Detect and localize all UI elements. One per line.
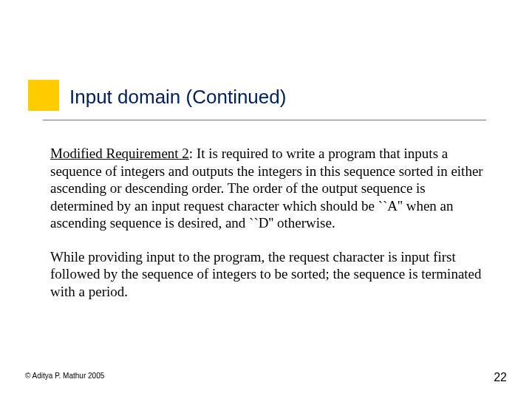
paragraph-2: While providing input to the program, th… [50, 248, 489, 301]
slide-body: Modified Requirement 2: It is required t… [50, 145, 489, 316]
footer-copyright: © Aditya P. Mathur 2005 [25, 372, 104, 380]
paragraph-1: Modified Requirement 2: It is required t… [50, 145, 489, 232]
page-number: 22 [494, 371, 507, 384]
requirement-label: Modified Requirement 2 [50, 146, 189, 161]
title-underline [43, 120, 486, 120]
slide-title: Input domain (Continued) [69, 86, 286, 109]
accent-square [28, 80, 59, 111]
